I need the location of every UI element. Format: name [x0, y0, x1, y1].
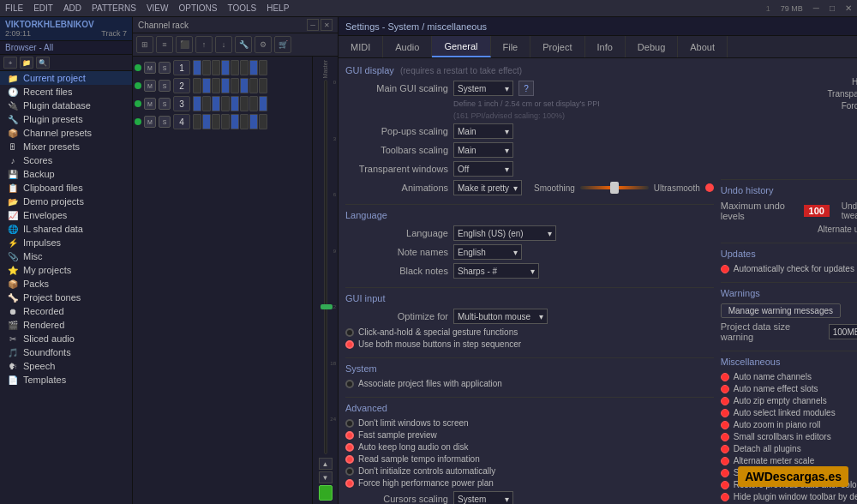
tab-debug[interactable]: Debug [626, 36, 678, 57]
sidebar-item-il-shared-data[interactable]: 🌐 IL shared data [0, 222, 132, 236]
icon-1[interactable]: ⊞ [136, 36, 153, 53]
icon-4[interactable]: ↑ [195, 36, 213, 53]
sidebar-item-recent-files[interactable]: 🕐 Recent files [0, 85, 132, 99]
transparent-select[interactable]: Off▾ [453, 161, 513, 177]
tab-info[interactable]: Info [585, 36, 626, 57]
sidebar-item-channel-presets[interactable]: 📦 Channel presets [0, 126, 132, 140]
step[interactable] [193, 96, 201, 111]
cursors-select[interactable]: System▾ [453, 491, 513, 504]
tab-file[interactable]: File [491, 36, 531, 57]
step[interactable] [212, 114, 220, 129]
sidebar-item-envelopes[interactable]: 📈 Envelopes [0, 208, 132, 222]
step[interactable] [240, 114, 249, 129]
menu-add[interactable]: ADD [63, 3, 81, 13]
step[interactable] [231, 60, 239, 75]
step[interactable] [249, 96, 258, 111]
sidebar-item-templates[interactable]: 📄 Templates [0, 373, 132, 387]
step[interactable] [202, 60, 211, 75]
menu-patterns[interactable]: PATTERNS [92, 3, 136, 13]
tab-about[interactable]: About [678, 36, 728, 57]
sidebar-item-plugin-presets[interactable]: 🔧 Plugin presets [0, 112, 132, 126]
channel-mute-btn[interactable]: M [144, 98, 156, 110]
sidebar-item-scores[interactable]: ♪ Scores [0, 153, 132, 167]
step[interactable] [221, 96, 230, 111]
channel-rack-close[interactable]: ✕ [321, 19, 333, 31]
toolbars-select[interactable]: Main▾ [453, 142, 513, 158]
smoothing-thumb[interactable] [610, 182, 619, 194]
close-icon[interactable]: ✕ [845, 3, 852, 13]
step[interactable] [231, 114, 239, 129]
misc-checkbox-9[interactable] [721, 481, 729, 489]
sidebar-item-packs[interactable]: 📦 Packs [0, 277, 132, 291]
menu-file[interactable]: FILE [5, 3, 23, 13]
adv-radio-0[interactable] [345, 419, 354, 428]
add-tool-btn[interactable]: + [3, 57, 17, 69]
channel-rack-minimize[interactable]: ─ [307, 19, 319, 31]
misc-checkbox-2[interactable] [721, 397, 729, 405]
step[interactable] [193, 60, 201, 75]
menu-options[interactable]: OPTIONS [178, 3, 217, 13]
adv-radio-4[interactable] [345, 467, 354, 476]
adv-radio-5[interactable] [345, 479, 354, 488]
sidebar-item-impulses[interactable]: ⚡ Impulses [0, 236, 132, 249]
note-names-select[interactable]: English▾ [453, 244, 522, 260]
step[interactable] [202, 114, 211, 129]
icon-8[interactable]: 🛒 [274, 36, 291, 53]
adv-radio-2[interactable] [345, 443, 354, 452]
step[interactable] [240, 60, 249, 75]
step[interactable] [202, 96, 211, 111]
step[interactable] [212, 78, 220, 93]
sidebar-item-backup[interactable]: 💾 Backup [0, 167, 132, 181]
step[interactable] [240, 96, 249, 111]
click-hold-radio[interactable] [345, 328, 354, 337]
step[interactable] [259, 60, 267, 75]
misc-checkbox-8[interactable] [721, 469, 729, 477]
sidebar-item-rendered[interactable]: 🎬 Rendered [0, 318, 132, 332]
step[interactable] [221, 114, 230, 129]
icon-6[interactable]: 🔧 [235, 36, 252, 53]
adv-radio-3[interactable] [345, 455, 354, 464]
channel-solo-btn[interactable]: S [159, 98, 171, 110]
misc-checkbox-4[interactable] [721, 421, 729, 429]
maximize-icon[interactable]: □ [830, 3, 835, 13]
channel-solo-btn[interactable]: S [159, 116, 171, 128]
fader-down-btn[interactable]: ▼ [319, 471, 333, 483]
channel-active-dot[interactable] [135, 64, 141, 71]
step[interactable] [259, 114, 267, 129]
icon-3[interactable]: ⬛ [176, 36, 193, 53]
misc-checkbox-5[interactable] [721, 433, 729, 441]
step[interactable] [249, 114, 258, 129]
manage-warnings-btn[interactable]: Manage warning messages [721, 303, 841, 318]
main-scaling-help[interactable]: ? [518, 81, 534, 96]
adv-radio-1[interactable] [345, 431, 354, 440]
step[interactable] [240, 78, 249, 93]
optimize-select[interactable]: Multi-button mouse▾ [453, 309, 548, 324]
misc-checkbox-1[interactable] [721, 385, 729, 393]
main-scaling-select[interactable]: System▾ [453, 81, 513, 96]
icon-7[interactable]: ⚙ [255, 36, 272, 53]
step[interactable] [221, 78, 230, 93]
sidebar-item-recorded[interactable]: ⏺ Recorded [0, 304, 132, 318]
channel-mute-btn[interactable]: M [144, 116, 156, 128]
sidebar-item-clipboard[interactable]: 📋 Clipboard files [0, 181, 132, 195]
tab-project[interactable]: Project [530, 36, 584, 57]
step[interactable] [221, 60, 230, 75]
menu-help[interactable]: HELP [267, 3, 289, 13]
popups-select[interactable]: Main▾ [453, 123, 513, 139]
tab-audio[interactable]: Audio [383, 36, 432, 57]
step[interactable] [193, 78, 201, 93]
misc-checkbox-6[interactable] [721, 445, 729, 453]
ultrasmooth-toggle[interactable] [705, 183, 714, 192]
animations-select[interactable]: Make it pretty▾ [453, 180, 522, 195]
step[interactable] [231, 78, 239, 93]
use-both-radio[interactable] [345, 340, 354, 349]
auto-check-checkbox[interactable] [721, 265, 729, 273]
step[interactable] [193, 114, 201, 129]
black-notes-select[interactable]: Sharps - #▾ [453, 263, 539, 279]
channel-active-dot[interactable] [135, 82, 141, 89]
step[interactable] [212, 60, 220, 75]
step[interactable] [249, 78, 258, 93]
icon-5[interactable]: ↓ [215, 36, 232, 53]
misc-checkbox-0[interactable] [721, 373, 729, 381]
step[interactable] [202, 78, 211, 93]
